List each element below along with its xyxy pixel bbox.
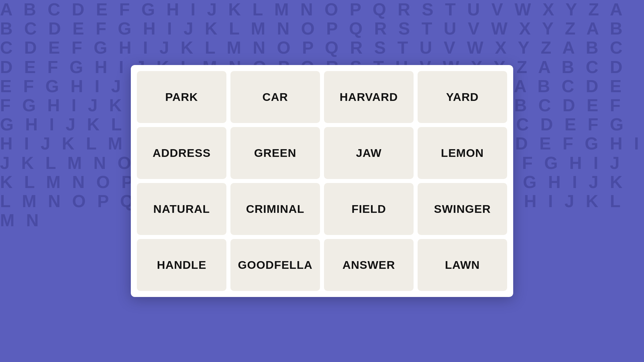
- card-label-field: FIELD: [352, 202, 386, 216]
- card-lemon[interactable]: LEMON: [418, 127, 507, 179]
- card-harvard[interactable]: HARVARD: [324, 71, 414, 123]
- card-label-jaw: JAW: [356, 146, 382, 160]
- card-label-park: PARK: [165, 90, 198, 104]
- card-handle[interactable]: HANDLE: [137, 239, 226, 291]
- card-label-harvard: HARVARD: [340, 90, 398, 104]
- card-label-lawn: LAWN: [445, 258, 480, 272]
- card-field[interactable]: FIELD: [324, 183, 414, 235]
- board-container: PARKCARHARVARDYARDADDRESSGREENJAWLEMONNA…: [131, 65, 513, 297]
- word-grid: PARKCARHARVARDYARDADDRESSGREENJAWLEMONNA…: [137, 71, 507, 291]
- card-park[interactable]: PARK: [137, 71, 226, 123]
- card-jaw[interactable]: JAW: [324, 127, 414, 179]
- card-label-lemon: LEMON: [441, 146, 484, 160]
- card-label-criminal: CRIMINAL: [246, 202, 304, 216]
- card-natural[interactable]: NATURAL: [137, 183, 226, 235]
- card-car[interactable]: CAR: [230, 71, 320, 123]
- card-label-address: ADDRESS: [153, 146, 211, 160]
- card-label-car: CAR: [262, 90, 288, 104]
- card-address[interactable]: ADDRESS: [137, 127, 226, 179]
- card-label-goodfella: GOODFELLA: [238, 258, 312, 272]
- card-goodfella[interactable]: GOODFELLA: [230, 239, 320, 291]
- card-label-natural: NATURAL: [153, 202, 210, 216]
- card-label-answer: ANSWER: [342, 258, 395, 272]
- card-criminal[interactable]: CRIMINAL: [230, 183, 320, 235]
- card-label-green: GREEN: [254, 146, 297, 160]
- card-green[interactable]: GREEN: [230, 127, 320, 179]
- card-swinger[interactable]: SWINGER: [418, 183, 507, 235]
- card-label-yard: YARD: [446, 90, 479, 104]
- card-lawn[interactable]: LAWN: [418, 239, 507, 291]
- card-label-swinger: SWINGER: [434, 202, 491, 216]
- card-label-handle: HANDLE: [157, 258, 207, 272]
- card-yard[interactable]: YARD: [418, 71, 507, 123]
- card-answer[interactable]: ANSWER: [324, 239, 414, 291]
